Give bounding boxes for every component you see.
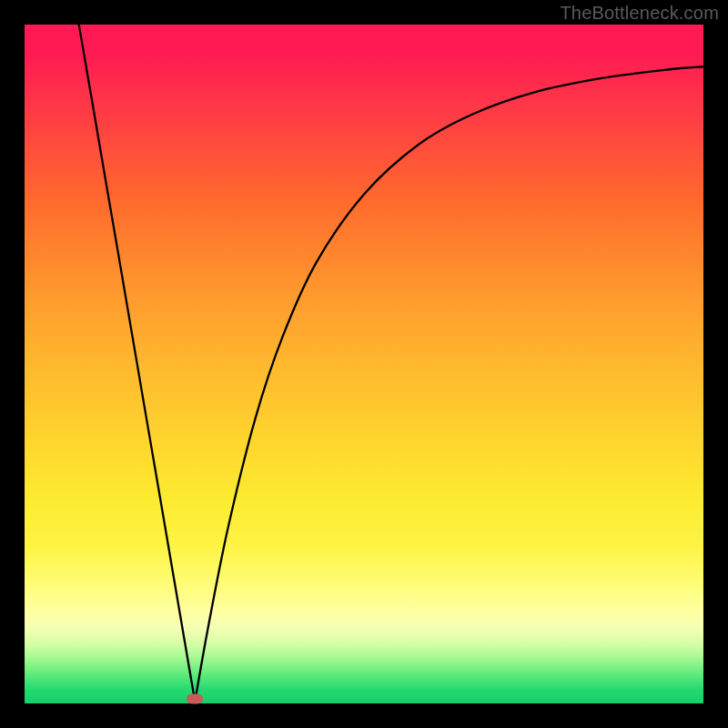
plot-area: [25, 25, 703, 703]
curve-right-branch: [195, 66, 703, 702]
minimum-marker: [187, 693, 203, 703]
curve-layer: [25, 25, 703, 703]
watermark-text: TheBottleneck.com: [560, 3, 719, 24]
chart-frame: TheBottleneck.com: [0, 0, 728, 728]
curve-left-branch: [79, 25, 196, 702]
